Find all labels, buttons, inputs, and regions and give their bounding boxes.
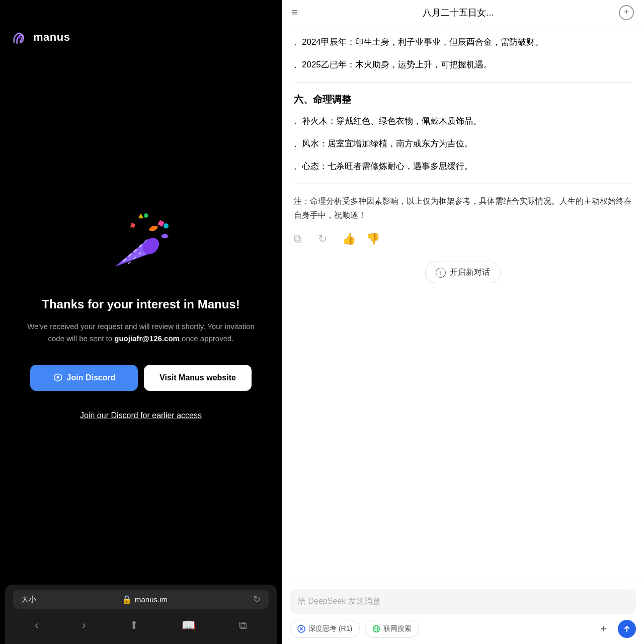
input-placeholder: 给 DeepSeek 发送消息 — [298, 597, 380, 605]
size-label: 大小 — [21, 595, 36, 604]
deep-think-chip[interactable]: 深度思考 (R1) — [290, 620, 360, 638]
lock-icon: 🔒 — [122, 595, 132, 604]
new-conv-plus-icon: + — [436, 268, 446, 278]
status-bar — [0, 0, 282, 22]
adj-fengshui-bullet: 风水：居室宜增加绿植，南方或东方为吉位。 — [294, 137, 632, 151]
new-conversation-button[interactable]: + 开启新对话 — [425, 262, 501, 283]
note-text: 注：命理分析受多种因素影响，以上仅为框架参考，具体需结合实际情况。人生的主动权始… — [294, 194, 632, 222]
url-domain[interactable]: manus.im — [135, 595, 168, 604]
thumbs-down-icon[interactable]: 👎 — [366, 232, 380, 247]
main-content: Thanks for your interest in Manus! We've… — [0, 56, 282, 585]
send-button[interactable] — [618, 620, 636, 638]
url-left: 大小 — [21, 595, 36, 604]
discord-link-text: Join our Discord for earlier access — [80, 411, 202, 420]
app-title: manus — [33, 31, 70, 44]
manus-logo-icon — [10, 28, 28, 46]
discord-btn-label: Join Discord — [67, 373, 116, 382]
left-panel: manus — [0, 0, 282, 644]
right-header: ≡ 八月二十五日女... + — [282, 0, 644, 25]
subtext-after: once approved. — [180, 334, 234, 343]
hamburger-icon[interactable]: ≡ — [292, 7, 298, 18]
svg-marker-6 — [138, 213, 143, 218]
year-bullets: 2024甲辰年：印生土身，利子业事业，但辰酉合金，需防破财。 2025乙已年：木… — [294, 35, 632, 72]
web-search-icon — [372, 625, 380, 633]
back-icon[interactable]: ‹ — [29, 616, 44, 635]
section-heading: 六、命理调整 — [294, 93, 632, 106]
url-bar: 大小 🔒 manus.im ↻ — [13, 590, 269, 609]
discord-link[interactable]: Join our Discord for earlier access — [80, 411, 202, 420]
adj-mindset-bullet: 心态：七杀旺者需修炼耐心，遇事多思缓行。 — [294, 159, 632, 174]
year-2025-bullet: 2025乙已年：木火助身，运势上升，可把握机遇。 — [294, 58, 632, 72]
browser-bar: 大小 🔒 manus.im ↻ ‹ › ⬆ 📖 ⧉ — [5, 585, 277, 644]
attachment-button[interactable]: + — [595, 620, 613, 638]
copy-icon[interactable]: ⧉ — [294, 232, 308, 247]
add-new-icon[interactable]: + — [619, 5, 634, 20]
visit-website-button[interactable]: Visit Manus website — [144, 365, 252, 391]
heading: Thanks for your interest in Manus! — [42, 296, 239, 312]
section-divider-1 — [294, 83, 632, 83]
svg-point-9 — [56, 376, 59, 378]
action-icons-row: ⧉ ↻ 👍 👎 — [294, 232, 632, 247]
svg-point-0 — [18, 36, 21, 39]
subtext: We've received your request and will rev… — [20, 320, 262, 345]
browser-nav-bar: ‹ › ⬆ 📖 ⧉ — [13, 614, 269, 639]
deep-think-label: 深度思考 (R1) — [308, 624, 352, 633]
party-popper-illustration — [101, 201, 181, 281]
input-area: 给 DeepSeek 发送消息 深度思考 (R1) 联网搜索 — [282, 583, 644, 644]
email-highlight: guojiafr@126.com — [114, 334, 180, 343]
buttons-row: Join Discord Visit Manus website — [30, 365, 252, 391]
svg-rect-5 — [157, 220, 165, 227]
share-icon[interactable]: ⬆ — [123, 616, 144, 635]
visit-btn-label: Visit Manus website — [159, 373, 236, 382]
plus-icon: + — [624, 7, 629, 18]
message-input[interactable]: 给 DeepSeek 发送消息 — [290, 589, 636, 614]
new-conv-container: + 开启新对话 — [294, 262, 632, 293]
bookmarks-icon[interactable]: 📖 — [176, 616, 201, 635]
reload-icon[interactable]: ↻ — [253, 594, 261, 605]
adj-fire-bullet: 补火木：穿戴红色、绿色衣物，佩戴木质饰品。 — [294, 114, 632, 129]
year-2024-bullet: 2024甲辰年：印生土身，利子业事业，但辰酉合金，需防破财。 — [294, 35, 632, 50]
deep-think-icon — [297, 625, 305, 633]
tabs-icon[interactable]: ⧉ — [233, 616, 253, 635]
app-header: manus — [0, 22, 282, 56]
input-actions: 深度思考 (R1) 联网搜索 + — [290, 620, 636, 638]
adjustments-list: 补火木：穿戴红色、绿色衣物，佩戴木质饰品。 风水：居室宜增加绿植，南方或东方为吉… — [294, 114, 632, 174]
web-search-label: 联网搜索 — [383, 624, 412, 633]
right-title: 八月二十五日女... — [423, 7, 494, 19]
thumbs-up-icon[interactable]: 👍 — [342, 232, 356, 247]
join-discord-button[interactable]: Join Discord — [30, 365, 138, 391]
svg-point-8 — [164, 223, 169, 228]
chat-content: 2024甲辰年：印生土身，利子业事业，但辰酉合金，需防破财。 2025乙已年：木… — [282, 25, 644, 583]
send-icon — [622, 624, 631, 633]
section-divider-2 — [294, 184, 632, 184]
discord-icon — [53, 373, 63, 383]
refresh-icon[interactable]: ↻ — [318, 232, 332, 247]
forward-icon[interactable]: › — [76, 616, 92, 635]
web-search-chip[interactable]: 联网搜索 — [365, 620, 419, 638]
new-conv-label: 开启新对话 — [450, 267, 490, 278]
svg-rect-7 — [130, 223, 135, 228]
right-panel: ≡ 八月二十五日女... + 2024甲辰年：印生土身，利子业事业，但辰酉合金，… — [282, 0, 644, 644]
